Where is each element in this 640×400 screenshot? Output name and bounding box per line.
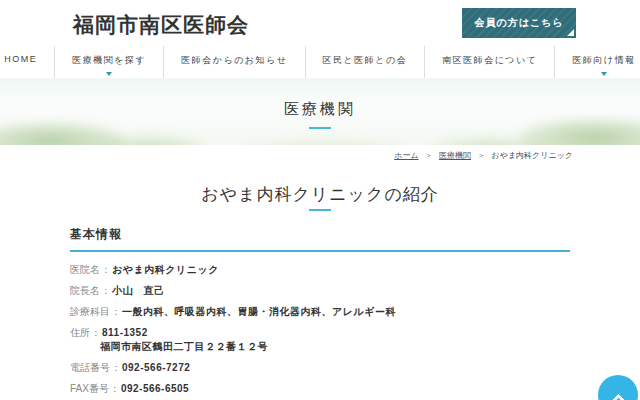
nav-label: 南区医師会について bbox=[442, 55, 537, 65]
phone-number: 092-566-7272 bbox=[122, 362, 190, 373]
info-row-address: 住所：811-1352 福岡市南区鶴田二丁目２２番１２号 bbox=[70, 327, 570, 352]
hero-banner: 医療機関 bbox=[0, 77, 640, 145]
row-label: 診療科目 bbox=[70, 306, 110, 317]
chevron-down-icon bbox=[106, 72, 112, 76]
row-label: 電話番号 bbox=[70, 362, 110, 373]
breadcrumb-current: おやま内科クリニック bbox=[492, 151, 574, 160]
row-label: 院長名 bbox=[70, 285, 100, 296]
nav-item-home[interactable]: HOME bbox=[0, 46, 54, 78]
row-value: 一般内科、呼吸器内科、胃腸・消化器内科、アレルギー科 bbox=[122, 306, 396, 317]
nav-item-association-news[interactable]: 医師会からのお知らせ bbox=[163, 46, 304, 78]
site-header: 福岡市南区医師会 会員の方はこちら bbox=[0, 0, 640, 46]
nav-label: HOME bbox=[4, 54, 37, 64]
clinic-detail-content: 基本情報 医院名：おやま内科クリニック 院長名：小山 直己 診療科目：一般内科、… bbox=[70, 226, 570, 400]
hero-title-underline bbox=[309, 127, 331, 129]
nav-item-residents-doctors[interactable]: 区民と医師との会 bbox=[305, 46, 425, 78]
page-title: おやま内科クリニックの紹介 bbox=[0, 183, 640, 206]
page-title-underline bbox=[309, 209, 331, 211]
label-separator: ： bbox=[101, 264, 111, 275]
nav-item-doctor-info[interactable]: 医師向け情報 bbox=[554, 46, 640, 78]
hero-title: 医療機関 bbox=[0, 100, 640, 119]
row-label: 医院名 bbox=[70, 264, 100, 275]
fax-number: 092-566-6505 bbox=[121, 383, 189, 394]
main-nav: HOME 医療機関を探す 医師会からのお知らせ 区民と医師との会 南区医師会につ… bbox=[0, 46, 640, 78]
info-row-clinic-name: 医院名：おやま内科クリニック bbox=[70, 264, 570, 275]
label-separator: ： bbox=[91, 327, 101, 338]
label-separator: ： bbox=[111, 362, 121, 373]
nav-label: 区民と医師との会 bbox=[323, 55, 408, 65]
breadcrumb: ホーム ＞ 医療機関 ＞ おやま内科クリニック bbox=[394, 150, 573, 161]
address-line: 福岡市南区鶴田二丁目２２番１２号 bbox=[100, 341, 570, 352]
row-value: おやま内科クリニック bbox=[112, 264, 219, 275]
nav-label: 医師会からのお知らせ bbox=[181, 55, 287, 65]
label-separator: ： bbox=[111, 306, 121, 317]
tree-image bbox=[520, 119, 640, 145]
breadcrumb-link-home[interactable]: ホーム bbox=[394, 151, 418, 160]
chevron-up-icon bbox=[610, 394, 626, 400]
site-title: 福岡市南区医師会 bbox=[73, 11, 249, 39]
nav-item-about-association[interactable]: 南区医師会について bbox=[424, 46, 554, 78]
basic-info-heading: 基本情報 bbox=[70, 226, 570, 252]
scroll-to-top-button[interactable] bbox=[598, 375, 638, 400]
tree-image bbox=[240, 141, 410, 145]
info-row-phone: 電話番号：092-566-7272 bbox=[70, 362, 570, 373]
info-row-director: 院長名：小山 直己 bbox=[70, 285, 570, 296]
row-label: FAX番号 bbox=[70, 383, 109, 394]
label-separator: ： bbox=[101, 285, 111, 296]
member-login-button[interactable]: 会員の方はこちら bbox=[462, 8, 576, 38]
row-value: 小山 直己 bbox=[112, 285, 165, 296]
corner-fold-icon bbox=[567, 29, 574, 36]
info-row-fax: FAX番号：092-566-6505 bbox=[70, 383, 570, 394]
breadcrumb-separator: ＞ bbox=[425, 151, 433, 160]
breadcrumb-separator: ＞ bbox=[477, 151, 485, 160]
info-row-departments: 診療科目：一般内科、呼吸器内科、胃腸・消化器内科、アレルギー科 bbox=[70, 306, 570, 317]
postal-code: 811-1352 bbox=[102, 327, 148, 338]
nav-label: 医師向け情報 bbox=[572, 55, 635, 65]
nav-item-find-medical[interactable]: 医療機関を探す bbox=[54, 46, 163, 78]
basic-info-list: 医院名：おやま内科クリニック 院長名：小山 直己 診療科目：一般内科、呼吸器内科… bbox=[70, 264, 570, 400]
row-label: 住所 bbox=[70, 327, 90, 338]
chevron-down-icon bbox=[601, 72, 607, 76]
member-login-label: 会員の方はこちら bbox=[474, 16, 563, 30]
nav-label: 医療機関を探す bbox=[72, 55, 146, 65]
breadcrumb-link-medical[interactable]: 医療機関 bbox=[439, 151, 471, 160]
label-separator: ： bbox=[110, 383, 120, 394]
